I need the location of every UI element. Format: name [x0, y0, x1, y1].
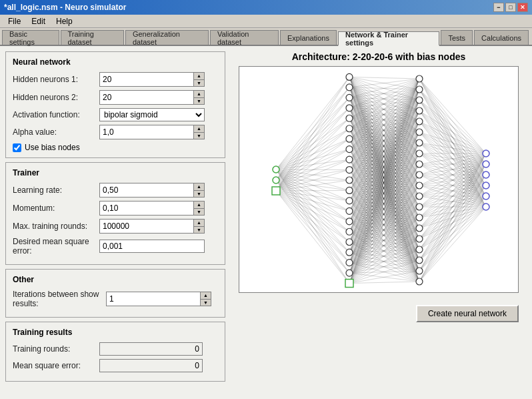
momentum-input[interactable] [100, 202, 193, 215]
svg-point-631 [416, 118, 423, 125]
learning-rate-label: Learning rate: [13, 185, 99, 195]
svg-line-1 [276, 87, 349, 169]
max-rounds-down[interactable]: ▼ [194, 227, 204, 234]
hidden-neurons-1-down[interactable]: ▼ [194, 80, 204, 87]
architecture-title: Architecture: 2-20-20-6 with bias nodes [292, 51, 466, 62]
max-rounds-input-group: ▲ ▼ [99, 219, 205, 234]
create-neural-network-button[interactable]: Create neural network [416, 305, 519, 322]
svg-point-613 [346, 146, 353, 153]
tab-training-dataset[interactable]: Training dataset [61, 30, 124, 45]
svg-line-39 [276, 180, 349, 263]
svg-line-103 [349, 79, 419, 97]
svg-line-17 [276, 169, 349, 252]
svg-line-3 [276, 108, 349, 169]
tab-calculations[interactable]: Calculations [474, 30, 529, 45]
mse-row: Mean square error: [13, 359, 218, 372]
svg-line-45 [276, 108, 349, 191]
learning-rate-input[interactable] [100, 183, 193, 197]
maximize-button[interactable]: □ [505, 3, 516, 12]
hidden-neurons-2-input-group: ▲ ▼ [99, 90, 205, 105]
learning-rate-row: Learning rate: ▲ ▼ [13, 183, 218, 197]
main-content: Neural network Hidden neurons 1: ▲ ▼ Hid… [0, 46, 532, 399]
hidden-neurons-1-up[interactable]: ▲ [194, 73, 204, 80]
hidden-neurons-2-row: Hidden neurons 2: ▲ ▼ [13, 90, 218, 105]
svg-line-227 [349, 121, 419, 159]
max-rounds-up[interactable]: ▲ [194, 220, 204, 227]
svg-line-591 [419, 153, 486, 271]
svg-line-601 [419, 196, 486, 282]
close-button[interactable]: ✕ [517, 3, 528, 12]
tab-basic-settings[interactable]: Basic settings [2, 30, 59, 45]
tab-network-trainer-settings[interactable]: Network & Trainer settings [338, 31, 439, 46]
hidden-neurons-2-up[interactable]: ▲ [194, 91, 204, 98]
tab-validation-dataset[interactable]: Validation dataset [210, 30, 279, 45]
svg-line-513 [419, 132, 486, 153]
tab-tests[interactable]: Tests [441, 30, 473, 45]
iterations-input[interactable] [107, 292, 200, 306]
svg-point-637 [416, 182, 423, 189]
hidden-neurons-2-down[interactable]: ▼ [194, 98, 204, 105]
activation-function-select[interactable]: bipolar sigmoid sigmoid linear [99, 108, 205, 121]
neural-network-title: Neural network [13, 57, 218, 67]
menu-file[interactable]: File [3, 15, 26, 27]
menu-edit[interactable]: Edit [26, 15, 51, 27]
window-controls: − □ ✕ [493, 3, 528, 12]
svg-line-600 [419, 185, 486, 282]
max-rounds-input[interactable] [100, 220, 193, 233]
hidden-neurons-2-input[interactable] [100, 91, 193, 104]
svg-line-55 [276, 191, 349, 211]
svg-point-652 [483, 204, 489, 210]
svg-point-639 [416, 204, 423, 210]
tab-generalization-dataset[interactable]: Generalization dataset [125, 30, 209, 45]
svg-point-643 [416, 246, 423, 253]
learning-rate-up[interactable]: ▲ [194, 183, 204, 191]
learning-rate-spinner: ▲ ▼ [193, 183, 204, 197]
alpha-down[interactable]: ▼ [194, 133, 204, 139]
menu-help[interactable]: Help [51, 15, 78, 27]
max-rounds-row: Max. training rounds: ▲ ▼ [13, 219, 218, 234]
alpha-value-input[interactable] [100, 125, 193, 139]
momentum-label: Momentum: [13, 204, 99, 213]
svg-line-501 [419, 111, 486, 153]
hidden-neurons-1-input[interactable] [100, 73, 193, 86]
svg-point-624 [346, 260, 353, 266]
learning-rate-down[interactable]: ▼ [194, 191, 204, 197]
svg-point-645 [416, 268, 423, 274]
alpha-up[interactable]: ▲ [194, 125, 204, 133]
alpha-value-row: Alpha value: ▲ ▼ [13, 125, 218, 139]
svg-line-61 [276, 191, 349, 273]
trainer-section: Trainer Learning rate: ▲ ▼ Momentum: [5, 162, 225, 265]
svg-line-60 [276, 191, 349, 263]
title-bar: *all_logic.nsm - Neuro simulator − □ ✕ [0, 0, 532, 15]
use-bias-checkbox[interactable] [13, 143, 21, 152]
training-rounds-label: Training rounds: [13, 344, 99, 354]
menu-bar: File Edit Help [0, 15, 532, 28]
svg-point-636 [416, 171, 423, 178]
desired-mse-input[interactable] [99, 240, 205, 253]
svg-line-25 [276, 118, 349, 180]
svg-line-43 [276, 87, 349, 191]
svg-line-20 [276, 169, 349, 284]
mse-value [99, 359, 203, 372]
tab-explanations[interactable]: Explanations [280, 30, 337, 45]
hidden-neurons-1-input-group: ▲ ▼ [99, 72, 205, 87]
alpha-value-input-group: ▲ ▼ [99, 125, 205, 139]
svg-line-0 [276, 77, 349, 169]
svg-point-647 [483, 150, 489, 157]
hidden-neurons-2-label: Hidden neurons 2: [13, 93, 99, 102]
desired-mse-row: Desired mean square error: [13, 237, 218, 256]
other-section: Other Iterations between show results: ▲… [5, 269, 225, 318]
momentum-down[interactable]: ▼ [194, 209, 204, 216]
svg-line-104 [349, 89, 419, 97]
svg-point-614 [346, 156, 353, 163]
iterations-down[interactable]: ▼ [201, 300, 211, 306]
minimize-button[interactable]: − [493, 3, 504, 12]
svg-line-59 [276, 191, 349, 252]
other-title: Other [13, 275, 218, 284]
momentum-up[interactable]: ▲ [194, 202, 204, 209]
neural-network-section: Neural network Hidden neurons 1: ▲ ▼ Hid… [5, 51, 225, 158]
svg-point-620 [346, 218, 353, 225]
iterations-up[interactable]: ▲ [201, 292, 211, 300]
iterations-spinner: ▲ ▼ [200, 292, 211, 306]
hidden-neurons-1-label: Hidden neurons 1: [13, 75, 99, 84]
